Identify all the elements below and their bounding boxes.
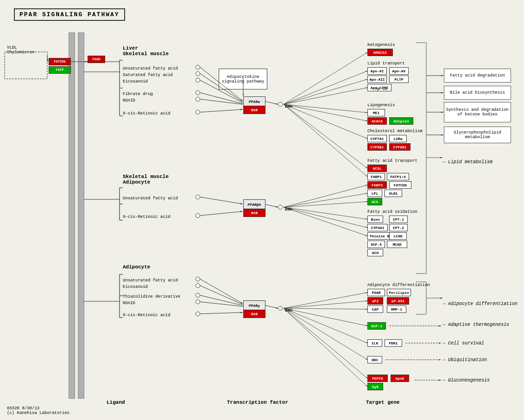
cat-arrow-thermo: → Adaptive thermogenesis — [442, 322, 509, 327]
dna-1: DNA — [285, 104, 292, 109]
tf-rxrg: RXR — [243, 310, 265, 318]
gene-gyk: GyK — [367, 383, 383, 390]
lig-eico-3: Eicosanoid — [123, 285, 148, 289]
svg-line-44 — [284, 104, 367, 139]
svg-line-54 — [284, 301, 367, 308]
svg-line-23 — [265, 204, 278, 207]
section3-label1: Adipocyte — [123, 264, 150, 270]
gene-me1: ME1 — [367, 109, 385, 116]
svg-line-52 — [284, 207, 367, 236]
circle-3-4 — [196, 299, 200, 304]
section2-label2: Adipocyte — [123, 179, 150, 185]
svg-line-50 — [284, 207, 367, 219]
tf-rxra: RXR — [243, 106, 265, 114]
vbar-1 — [69, 32, 75, 399]
pathway-container: PPAR SIGNALING PATHWAY Ligand Transcript… — [0, 0, 524, 420]
cat-arrow-adipo: → Adipocyte differentiation — [442, 301, 518, 306]
svg-line-13 — [200, 99, 243, 104]
gene-bien: Bien — [367, 216, 383, 223]
svg-line-39 — [284, 71, 367, 104]
svg-line-32 — [200, 312, 243, 314]
cat-fat-ox: Fatty acid oxidation — [367, 210, 417, 214]
circle-1-3 — [196, 78, 200, 83]
svg-line-55 — [284, 308, 367, 309]
gene-olr1: OLR1 — [385, 190, 402, 197]
dna-circle-2 — [278, 205, 283, 210]
svg-line-46 — [284, 104, 367, 177]
svg-line-57 — [284, 308, 367, 343]
gene-mcad: MCAD — [387, 241, 407, 248]
gene-fabp3: FABP3 — [367, 181, 387, 189]
circle-1-5 — [196, 97, 200, 102]
lig-ret-3: 9-cis-Retinoic acid — [123, 313, 170, 318]
lig-nsaid-1: NSAID — [123, 98, 135, 103]
dna-3: DNA — [285, 308, 292, 313]
cat-ketogenesis: Ketogenesis — [367, 43, 395, 47]
lig-eico-1: Eicosanoid — [123, 79, 148, 84]
tf-pparbeta: PPARβδ — [243, 199, 265, 210]
lig-ufa-1: Unsaturated fatty acid — [123, 66, 178, 71]
svg-line-22 — [200, 211, 243, 216]
gene-fatcdb: FATCDb — [389, 181, 411, 189]
vldl-label: VLDL — [7, 45, 17, 50]
gene-ucp1: UCP-1 — [367, 322, 386, 330]
footer-line1: 03320 8/30/13 — [7, 406, 69, 411]
svg-line-48 — [284, 193, 367, 207]
gene-fatp14: FATP1/4 — [387, 173, 409, 180]
circle-3-3 — [196, 293, 200, 298]
tf-ppara: PPARα — [243, 96, 265, 107]
lig-sfa-1: Saturated fatty acid — [123, 73, 173, 77]
gene-fatp-input: FATP — [49, 66, 71, 74]
circle-1-2 — [196, 71, 200, 76]
gene-apoaii: Apo-AII — [367, 76, 387, 83]
cat-arrow-gluco: → Gluconeogenesis — [442, 378, 490, 383]
section1-label2: Skeletal muscle — [123, 51, 169, 57]
gene-apoe: ApoE — [391, 375, 409, 382]
svg-line-45 — [284, 104, 367, 168]
dna-2: DNA — [285, 207, 292, 212]
gene-acsl: ACSL — [367, 165, 387, 172]
tf-header: Transcription factor — [227, 400, 288, 405]
svg-line-47 — [284, 185, 367, 207]
footer: 03320 8/30/13 (c) Kanehisa Laboratories — [7, 406, 69, 415]
cat-fat-transport: Fatty acid transport — [367, 159, 417, 163]
gene-lxra: LXRα — [389, 135, 407, 142]
gene-perilipin: Perilipin — [387, 289, 411, 296]
cat-arrow-cell: → Cell survival — [442, 341, 484, 346]
gene-mmp1: MMP-1 — [387, 305, 406, 313]
dna-circle-3 — [278, 306, 283, 311]
lig-fib-1: Fibrate drug — [123, 92, 153, 96]
vbar-2 — [78, 32, 84, 399]
pb-bile-acid: Bile acid biosynthesis — [444, 86, 511, 100]
gene-hmgcs2: HMGCS2 — [367, 49, 393, 56]
svg-line-51 — [284, 207, 367, 228]
svg-line-41 — [284, 88, 367, 104]
pathway-title: PPAR SIGNALING PATHWAY — [14, 8, 125, 21]
cat-lipogenesis: Lipogenesis — [367, 103, 395, 108]
lig-ufa-2: Unsaturated fatty acid — [123, 196, 178, 201]
circle-3-1 — [196, 277, 200, 281]
section1-label1: Liver — [123, 45, 138, 51]
svg-line-30 — [200, 295, 243, 305]
gene-pdk1: PDK1 — [385, 339, 402, 347]
gene-ap091: aP-091 — [387, 297, 409, 305]
svg-line-16 — [265, 102, 278, 104]
svg-line-59 — [284, 308, 367, 378]
svg-line-56 — [284, 308, 367, 326]
gene-cap: CAP — [367, 305, 383, 313]
gene-cyp8b1b: CYP8B1 — [389, 143, 410, 151]
gene-pgar: PGAR — [367, 289, 385, 296]
gene-cyp7a1: CYP7A1 — [367, 135, 387, 142]
gene-ap2: aP2 — [367, 297, 383, 305]
svg-line-12 — [200, 93, 243, 104]
svg-rect-2 — [5, 52, 47, 79]
gene-adipsin: Adipsin — [389, 117, 413, 125]
gene-fabp1: FABP1 — [367, 173, 385, 180]
cat-cholesterol: Cholesterol metabolism — [367, 129, 423, 134]
svg-line-40 — [284, 79, 367, 104]
target-header: Target gene — [366, 400, 400, 405]
chylomicron-label: Chylomicron — [7, 50, 34, 55]
gene-apoav: Apo-AV — [389, 67, 409, 75]
lig-thiazo-3: Thiazolidine derivative — [123, 294, 180, 299]
tf-pparg: PPARγ — [243, 300, 265, 311]
